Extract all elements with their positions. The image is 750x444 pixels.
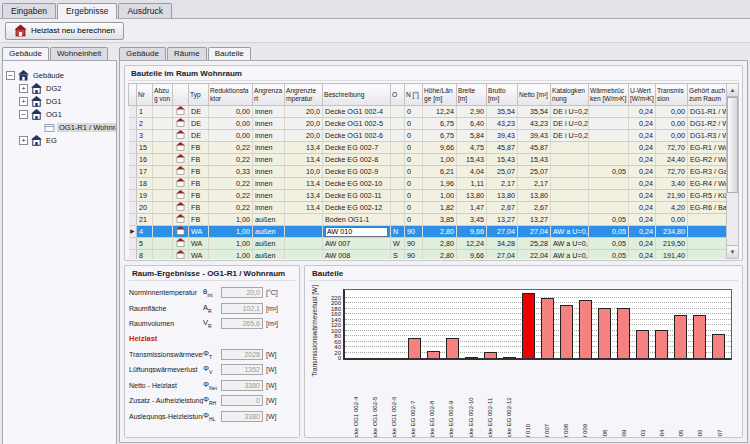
tree-item-dg2[interactable]: +DG2 (3, 82, 116, 95)
row-marker (129, 166, 137, 178)
main-tab-eingaben[interactable]: Eingaben (2, 3, 56, 18)
result-label: Lüftungswärmeverlust (129, 366, 203, 373)
col-header-höhe-länge-m-[interactable]: Höhe/Länge [m] (423, 84, 457, 106)
result-value-field: 102,1 (221, 303, 263, 314)
col-header-transmission[interactable]: Transmission (656, 84, 688, 106)
table-row[interactable]: 3DE0,00innen20,0Decke OG1 002-606,755,84… (129, 130, 740, 142)
result-unit: [m³] (266, 320, 278, 327)
chart-bar (446, 338, 459, 358)
expand-plus-icon[interactable]: + (19, 97, 28, 106)
main-tab-bar: EingabenErgebnisseAusdruck (0, 0, 750, 19)
wall-icon (173, 250, 189, 260)
col-header-typ[interactable]: Typ (189, 84, 209, 106)
x-tick-label: F 006 (697, 363, 703, 438)
tree-item-og1[interactable]: −OG1 (3, 108, 116, 121)
main-tab-ausdruck[interactable]: Ausdruck (118, 3, 171, 18)
col-header-brutto-m-[interactable]: Brutto [m²] (487, 84, 518, 106)
scroll-up-button[interactable]: ▲ (727, 84, 738, 97)
x-tick-label: Decke EG 002-8 (429, 363, 435, 438)
y-tick-label: 140 (319, 317, 341, 323)
result-value-field: 265,6 (221, 318, 263, 329)
table-row[interactable]: 8WA1,00außenAW 008S902,809,6627,0422,04A… (129, 250, 740, 260)
table-row[interactable]: 21FB1,00außenBoden OG1-103,853,4513,2713… (129, 214, 740, 226)
x-axis-labels: Decke OG1 002-4Decke OG1 002-5Decke OG1 … (343, 363, 732, 438)
y-tick-label: 20 (319, 350, 341, 356)
tree-item-label: OG1 (44, 110, 64, 119)
col-header-angrenztemperatur[interactable]: Angrenztemperatur (285, 84, 323, 106)
x-tick-label: Decke OG1 002-5 (372, 363, 378, 438)
table-row[interactable]: 5WA1,00außenAW 007W902,8012,2434,2825,28… (129, 238, 740, 250)
table-wrap: NrAbzug vonTypReduktionsfaktorAngrenzart… (128, 83, 739, 259)
table-row[interactable]: 17FB0,33innen10,0Decke EG 002-906,214,04… (129, 166, 740, 178)
detail-tab-gebäude[interactable]: Gebäude (119, 47, 166, 60)
main-content: GebäudeWohneinheit −Gebäude+DG2+DG1−OG1O… (0, 43, 750, 444)
detail-tab-bauteile[interactable]: Bauteile (208, 47, 251, 60)
col-header-beschreibung[interactable]: Beschreibung (323, 84, 391, 106)
result-symbol: ΦRH (203, 395, 221, 406)
tree-item-gebäude[interactable]: −Gebäude (3, 69, 116, 82)
result-value-field: 3380 (221, 380, 263, 391)
chart-bars (345, 290, 731, 358)
x-tick-label: Decke EG 002-7 (410, 363, 416, 438)
col-header-katalogkennung[interactable]: Katalogkennung (551, 84, 589, 106)
chart-bar (484, 352, 497, 358)
row-marker (129, 202, 137, 214)
table-row[interactable]: ▶4WA1,00außenAW 010N902,809,6627,0427,04… (129, 226, 740, 238)
result-unit: [°C] (266, 289, 278, 296)
x-tick-label: Decke EG 002-9 (448, 363, 454, 438)
house-icon (14, 24, 27, 37)
table-row[interactable]: 2DE0,00innen20,0Decke OG1 002-506,756,40… (129, 118, 740, 130)
table-row[interactable]: 16FB0,22innen13,4Decke EG 002-801,0015,4… (129, 154, 740, 166)
result-symbol: ΦT (203, 349, 221, 360)
result-symbol: AR (203, 303, 221, 314)
bauteile-table: NrAbzug vonTypReduktionsfaktorAngrenzart… (128, 83, 739, 259)
result-unit: [W] (266, 397, 277, 404)
col-header-reduktionsfaktor[interactable]: Reduktionsfaktor (209, 84, 253, 106)
left-tab-wohneinheit[interactable]: Wohneinheit (50, 47, 108, 60)
col-header-angrenzart[interactable]: Angrenzart (253, 84, 285, 106)
col-header-netto-m-[interactable]: Netto [m²] (518, 84, 551, 106)
tree-item-eg[interactable]: +EG (3, 134, 116, 147)
table-row[interactable]: 1DE0,00innen20,0Decke OG1 002-4012,242,9… (129, 106, 740, 118)
expand-plus-icon[interactable]: + (19, 136, 28, 145)
app-window: EingabenErgebnisseAusdruck Heizlast neu … (0, 0, 750, 444)
scroll-down-button[interactable]: ▼ (727, 245, 738, 258)
result-row: Netto - HeizlastΦNet3380[W] (129, 380, 295, 391)
chart-bar (617, 308, 630, 358)
detail-tab-räume[interactable]: Räume (167, 47, 207, 60)
x-tick-label: F 007 (717, 363, 723, 438)
col-header-u-wert-w-m-k-[interactable]: U-Wert [W/m²K] (629, 84, 656, 106)
table-scrollbar[interactable]: ▲ ▼ (726, 83, 739, 259)
table-row[interactable]: 20FB0,22innen13,4Decke EG 002-1201,821,4… (129, 202, 740, 214)
collapse-minus-icon[interactable]: − (19, 110, 28, 119)
results-fields: NorminnentemperaturθInt20,0[°C]Raumfläch… (129, 281, 295, 422)
col-header-wärmebrücken-w-m-k-[interactable]: Wärmebrücken [W/m²K] (589, 84, 629, 106)
table-row[interactable]: 19FB0,22innen13,4Decke EG 002-1101,0013,… (129, 190, 740, 202)
result-unit: [W] (266, 351, 277, 358)
left-tab-gebäude[interactable]: Gebäude (2, 47, 49, 60)
tree-item-dg1[interactable]: +DG1 (3, 95, 116, 108)
x-tick-label: F 003 (640, 363, 646, 438)
col-header-icon[interactable] (173, 84, 189, 106)
col-header-o[interactable]: O (391, 84, 405, 106)
scroll-thumb[interactable] (727, 97, 738, 193)
x-tick-label: Decke EG 002-12 (506, 363, 512, 438)
table-row[interactable]: 15FB0,22innen13,4Decke EG 002-709,664,75… (129, 142, 740, 154)
col-header-n-[interactable]: N [°] (405, 84, 423, 106)
chart-bar (579, 300, 592, 358)
beschreibung-editor[interactable]: AW 010 (325, 227, 388, 237)
tree-item-og1-r1-wohnraum[interactable]: OG1-R1 / Wohnraum (3, 121, 116, 134)
result-unit: [W] (266, 382, 277, 389)
expand-plus-icon[interactable]: + (19, 84, 28, 93)
row-marker (129, 214, 137, 226)
row-marker (129, 178, 137, 190)
tree-item-label: DG1 (44, 97, 63, 106)
collapse-minus-icon[interactable]: − (6, 71, 15, 80)
results-section-heading: Heizlast (129, 334, 295, 345)
recalc-button[interactable]: Heizlast neu berechnen (5, 22, 124, 40)
col-header-breite-m-[interactable]: Breite [m] (457, 84, 487, 106)
main-tab-ergebnisse[interactable]: Ergebnisse (57, 3, 118, 19)
col-header-nr[interactable]: Nr (137, 84, 153, 106)
table-row[interactable]: 18FB0,22innen13,4Decke EG 002-1001,961,1… (129, 178, 740, 190)
col-header-abzug-von[interactable]: Abzug von (153, 84, 173, 106)
